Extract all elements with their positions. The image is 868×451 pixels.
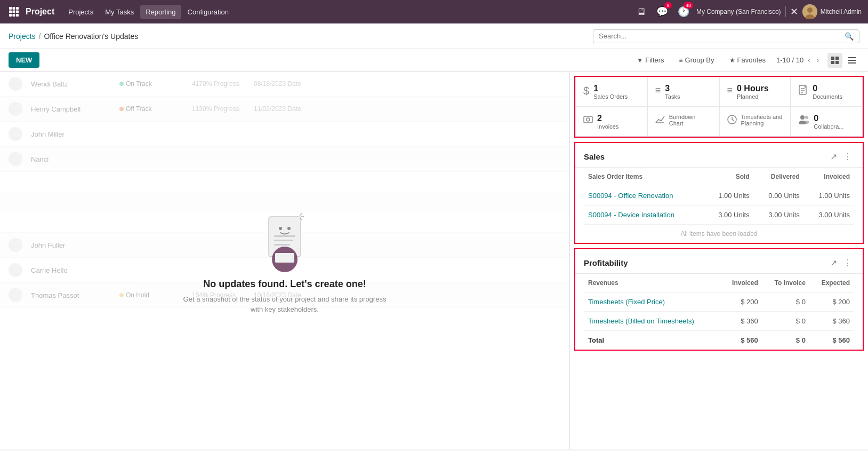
col-to-invoice: To Invoice <box>762 274 810 292</box>
invoiced-1: 1.00 Units <box>804 186 854 205</box>
stat-label: Planned <box>737 93 769 100</box>
filters-button[interactable]: ▼ Filters <box>632 54 668 66</box>
stat-content: 3 Tasks <box>665 84 680 100</box>
help-icon[interactable]: 🖥 <box>632 3 649 20</box>
menu-configuration[interactable]: Configuration <box>182 5 234 19</box>
filter-icon: ▼ <box>637 57 643 64</box>
search-icon: 🔍 <box>845 32 854 41</box>
pagination-text: 1-10 / 10 <box>776 56 803 64</box>
stat-tasks[interactable]: ≡ 3 Tasks <box>647 77 719 107</box>
stat-number: 1 <box>593 84 628 93</box>
menu-my-tasks[interactable]: My Tasks <box>100 5 139 19</box>
empty-state: No updates found. Let's create one! Get … <box>178 206 391 315</box>
list-item[interactable]: Wendi Baltz On Track 4170% Progress 08/1… <box>0 72 569 97</box>
navbar-menu: Projects My Tasks Reporting Configuratio… <box>63 5 234 19</box>
sales-table-wrap: Sales Order Items Sold Delivered Invoice… <box>575 168 863 243</box>
profit-item-link-2[interactable]: Timesheets (Billed on Timesheets) <box>584 312 721 331</box>
new-button[interactable]: NEW <box>9 52 39 68</box>
avatar <box>9 127 22 141</box>
sales-order-link-1[interactable]: S00094 - Office Renovation <box>584 186 704 205</box>
list-item[interactable] <box>0 172 569 192</box>
profitability-table-wrap: Revenues Invoiced To Invoice Expected Ti… <box>575 274 863 350</box>
apps-icon[interactable] <box>6 4 21 19</box>
profit-expand-icon[interactable]: ↗ <box>828 257 839 269</box>
row-name: Carrie Hello <box>31 266 111 274</box>
prev-page-button[interactable]: ‹ <box>806 55 812 65</box>
stat-sales-orders[interactable]: $ 1 Sales Orders <box>575 77 647 107</box>
profitability-actions: ↗ ⋮ <box>828 257 854 269</box>
dollar-icon: $ <box>583 85 589 97</box>
col-invoiced: Invoiced <box>804 168 854 186</box>
row-status: On Hold <box>119 291 183 299</box>
svg-rect-3 <box>9 11 12 13</box>
stat-burndown[interactable]: Burndown Chart <box>647 107 719 137</box>
filters-label: Filters <box>645 56 664 64</box>
svg-rect-13 <box>835 57 839 60</box>
sales-order-link-2[interactable]: S00094 - Device Installation <box>584 205 704 225</box>
stat-number: 2 <box>597 114 618 123</box>
profitability-section: Profitability ↗ ⋮ Revenues Invoiced To I… <box>574 248 864 351</box>
sales-section: Sales ↗ ⋮ Sales Order Items Sold Deliver… <box>574 142 864 244</box>
svg-point-10 <box>807 7 813 13</box>
stat-collaborators[interactable]: 0 Collabora... <box>791 107 863 137</box>
svg-line-39 <box>732 120 734 121</box>
right-panel: $ 1 Sales Orders ≡ 3 Tasks ≡ 0 Hours Pla… <box>569 72 868 449</box>
total-to-invoice: $ 0 <box>762 331 810 350</box>
app-title: Project <box>26 7 54 17</box>
empty-illustration <box>253 206 317 270</box>
svg-rect-8 <box>16 14 19 17</box>
profitability-table: Revenues Invoiced To Invoice Expected Ti… <box>584 274 854 350</box>
svg-rect-21 <box>274 240 293 241</box>
stat-number: 0 <box>814 114 843 123</box>
menu-reporting[interactable]: Reporting <box>140 5 181 19</box>
clock-icon[interactable]: 🕐 48 <box>675 3 692 20</box>
stat-documents[interactable]: 0 Documents <box>791 77 863 107</box>
row-status: On Track <box>119 80 183 88</box>
stat-label: Burndown Chart <box>669 114 711 126</box>
svg-rect-20 <box>274 235 295 237</box>
group-icon: ≡ <box>679 57 683 64</box>
sales-expand-icon[interactable]: ↗ <box>828 151 839 163</box>
svg-point-42 <box>805 116 808 119</box>
row-name: Henry Campbell <box>31 105 111 113</box>
svg-rect-22 <box>274 244 290 246</box>
stat-label: Timesheets and Planning <box>741 114 783 126</box>
navbar-right: 🖥 💬 9 🕐 48 My Company (San Francisco) ✕ … <box>632 3 862 20</box>
next-page-button[interactable]: › <box>815 55 821 65</box>
messages-icon[interactable]: 💬 9 <box>654 3 671 20</box>
total-invoiced: $ 560 <box>721 331 762 350</box>
stat-hours-planned[interactable]: ≡ 0 Hours Planned <box>719 77 791 107</box>
view-switcher <box>827 53 859 68</box>
navbar: Project Projects My Tasks Reporting Conf… <box>0 0 868 23</box>
sales-row-2: S00094 - Device Installation 3.00 Units … <box>584 205 854 225</box>
list-view-button[interactable] <box>845 53 859 68</box>
avatar <box>9 263 22 277</box>
profit-menu-icon[interactable]: ⋮ <box>841 257 854 269</box>
avatar <box>9 77 22 91</box>
svg-rect-4 <box>13 11 15 13</box>
group-by-button[interactable]: ≡ Group By <box>675 54 719 66</box>
profit-item-link-1[interactable]: Timesheets (Fixed Price) <box>584 292 721 312</box>
stat-number: 0 <box>813 84 842 93</box>
avatar <box>9 152 22 166</box>
col-delivered: Delivered <box>754 168 804 186</box>
sales-menu-icon[interactable]: ⋮ <box>841 151 854 163</box>
stat-invoices[interactable]: 2 Invoices <box>575 107 647 137</box>
svg-rect-17 <box>848 60 856 61</box>
menu-projects[interactable]: Projects <box>63 5 99 19</box>
row-name: Wendi Baltz <box>31 80 111 88</box>
toolbar-right: ▼ Filters ≡ Group By ★ Favorites 1-10 / … <box>632 53 859 68</box>
svg-rect-29 <box>275 253 294 263</box>
list-item[interactable]: Nanci <box>0 147 569 172</box>
search-input[interactable] <box>599 32 845 40</box>
list-item[interactable]: John Miller <box>0 122 569 147</box>
user-menu[interactable]: Mitchell Admin <box>802 4 862 19</box>
breadcrumb-parent[interactable]: Projects <box>9 32 36 41</box>
p-to-invoice-1: $ 0 <box>762 292 810 312</box>
cross-icon[interactable]: ✕ <box>790 6 798 18</box>
stat-content: 0 Documents <box>813 84 842 100</box>
list-item[interactable]: Henry Campbell Off Track 1130% Progress … <box>0 97 569 122</box>
favorites-button[interactable]: ★ Favorites <box>725 54 770 66</box>
stat-timesheets[interactable]: Timesheets and Planning <box>719 107 791 137</box>
kanban-view-button[interactable] <box>827 53 842 68</box>
